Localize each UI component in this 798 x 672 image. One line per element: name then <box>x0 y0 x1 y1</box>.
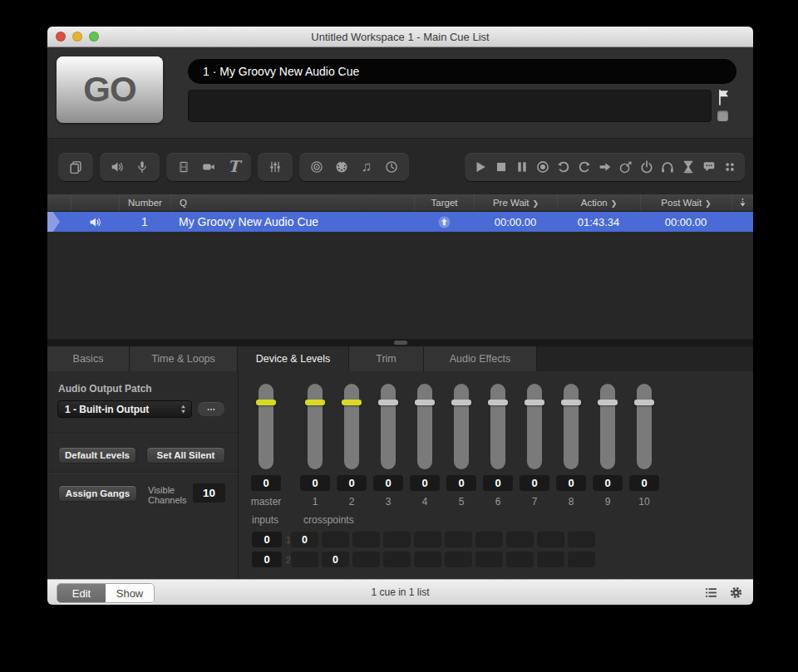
column-header-target[interactable]: Target <box>414 194 474 211</box>
go-button[interactable]: GO <box>57 56 163 123</box>
input-level-2[interactable]: 0 <box>252 552 282 567</box>
crosspoint-cell-2-4[interactable] <box>383 552 411 567</box>
level-value-3[interactable]: 0 <box>373 475 403 491</box>
crosspoint-cell-1-5[interactable] <box>414 532 441 547</box>
column-header-pre-wait[interactable]: Pre Wait <box>474 194 557 211</box>
disarm-cue-button[interactable] <box>657 155 677 179</box>
column-header-action[interactable]: Action <box>557 194 640 211</box>
slider-handle[interactable] <box>256 400 276 405</box>
crosspoint-cell-1-6[interactable] <box>445 532 472 547</box>
slider-handle[interactable] <box>342 400 362 405</box>
volume-slider-10[interactable] <box>637 384 652 469</box>
volume-slider-master[interactable] <box>259 384 273 469</box>
tab-device-levels[interactable]: Device & Levels <box>238 346 349 371</box>
camera-cue-button[interactable] <box>196 155 221 179</box>
script-cue-button[interactable] <box>719 155 740 179</box>
network-cue-button[interactable] <box>304 155 329 179</box>
close-window-button[interactable] <box>56 32 66 42</box>
timecode-cue-button[interactable] <box>379 155 404 179</box>
slider-handle[interactable] <box>451 400 471 405</box>
level-value-1[interactable]: 0 <box>300 475 330 491</box>
group-cue-button[interactable] <box>63 155 88 179</box>
sort-flag-icon[interactable] <box>611 198 618 208</box>
crosspoint-cell-2-9[interactable] <box>537 552 564 567</box>
arm-cue-button[interactable] <box>636 155 657 179</box>
cue-row[interactable]: 1 My Groovy New Audio Cue 00:00.00 01:43… <box>47 212 753 232</box>
cue-name[interactable]: My Groovy New Audio Cue <box>170 212 414 232</box>
crosspoint-cell-2-1[interactable] <box>291 552 318 567</box>
workspace-settings-button[interactable] <box>729 586 743 600</box>
volume-slider-7[interactable] <box>527 384 542 469</box>
volume-slider-8[interactable] <box>564 384 579 469</box>
level-value-10[interactable]: 0 <box>629 475 659 491</box>
target-cue-button[interactable] <box>615 155 636 179</box>
column-header-q[interactable]: Q <box>170 194 414 211</box>
notes-field[interactable] <box>188 90 712 122</box>
crosspoint-cell-2-6[interactable] <box>445 552 472 567</box>
level-value-5[interactable]: 0 <box>446 475 476 491</box>
pause-cue-button[interactable] <box>511 155 532 179</box>
cue-number[interactable]: 1 <box>119 212 170 232</box>
fade-cue-button[interactable] <box>263 155 288 179</box>
reset-cue-button[interactable] <box>553 155 574 179</box>
video-cue-button[interactable] <box>171 155 196 179</box>
zoom-window-button[interactable] <box>89 32 99 42</box>
slider-handle[interactable] <box>415 400 435 405</box>
flagged-checkbox[interactable] <box>717 110 728 121</box>
column-header-number[interactable]: Number <box>119 194 170 211</box>
cue-lists-button[interactable] <box>704 586 718 600</box>
cue-post-wait[interactable]: 00:00.00 <box>640 212 732 232</box>
wait-cue-button[interactable] <box>677 155 698 179</box>
load-arrow-icon[interactable] <box>732 194 753 211</box>
crosspoint-cell-1-2[interactable] <box>322 532 349 547</box>
crosspoint-cell-2-5[interactable] <box>414 552 441 567</box>
level-value-7[interactable]: 0 <box>520 475 549 491</box>
slider-handle[interactable] <box>305 400 325 405</box>
goto-cue-button[interactable] <box>594 155 615 179</box>
tab-audio-effects[interactable]: Audio Effects <box>424 346 537 371</box>
crosspoint-cell-2-3[interactable] <box>352 552 380 567</box>
stop-cue-button[interactable] <box>490 155 511 179</box>
cue-list-empty-area[interactable] <box>47 232 753 339</box>
edit-mode-button[interactable]: Edit <box>57 584 106 602</box>
midi-file-cue-button[interactable]: ♫ <box>354 155 379 179</box>
tab-trim[interactable]: Trim <box>349 346 424 371</box>
level-value-4[interactable]: 0 <box>410 475 440 491</box>
crosspoint-cell-1-7[interactable] <box>475 532 503 547</box>
slider-handle[interactable] <box>488 400 508 405</box>
level-value-master[interactable]: 0 <box>251 475 281 491</box>
crosspoint-cell-1-3[interactable] <box>352 532 380 547</box>
visible-channels-field[interactable]: 10 <box>193 483 225 503</box>
volume-slider-2[interactable] <box>344 384 359 469</box>
memo-cue-button[interactable] <box>698 155 719 179</box>
slider-handle[interactable] <box>378 400 398 405</box>
volume-slider-9[interactable] <box>600 384 615 469</box>
level-value-9[interactable]: 0 <box>593 475 623 491</box>
midi-cue-button[interactable] <box>329 155 354 179</box>
crosspoint-cell-2-10[interactable] <box>568 552 595 567</box>
mic-cue-button[interactable] <box>130 155 155 179</box>
level-value-6[interactable]: 0 <box>483 475 513 491</box>
crosspoint-cell-1-8[interactable] <box>506 532 534 547</box>
tab-time-loops[interactable]: Time & Loops <box>130 346 238 371</box>
crosspoint-cell-1-1[interactable]: 0 <box>291 532 318 547</box>
crosspoint-cell-2-2[interactable]: 0 <box>322 552 349 567</box>
crosspoint-cell-1-10[interactable] <box>568 532 595 547</box>
sort-flag-icon[interactable] <box>533 198 539 208</box>
audio-cue-button[interactable] <box>105 155 130 179</box>
crosspoint-cell-1-9[interactable] <box>537 532 564 547</box>
volume-slider-4[interactable] <box>417 384 432 469</box>
slider-handle[interactable] <box>598 400 618 405</box>
default-levels-button[interactable]: Default Levels <box>58 447 136 464</box>
sort-flag-icon[interactable] <box>705 198 712 208</box>
volume-slider-5[interactable] <box>454 384 469 469</box>
cue-action-time[interactable]: 01:43.34 <box>557 212 640 232</box>
volume-slider-1[interactable] <box>308 384 323 469</box>
level-value-8[interactable]: 0 <box>556 475 586 491</box>
level-value-2[interactable]: 0 <box>337 475 367 491</box>
audio-output-patch-select[interactable]: 1 - Built-in Output <box>57 400 192 418</box>
splitter-bar[interactable] <box>47 339 753 346</box>
assign-gangs-button[interactable]: Assign Gangs <box>58 485 137 502</box>
input-level-1[interactable]: 0 <box>252 532 282 547</box>
show-mode-button[interactable]: Show <box>106 584 154 602</box>
